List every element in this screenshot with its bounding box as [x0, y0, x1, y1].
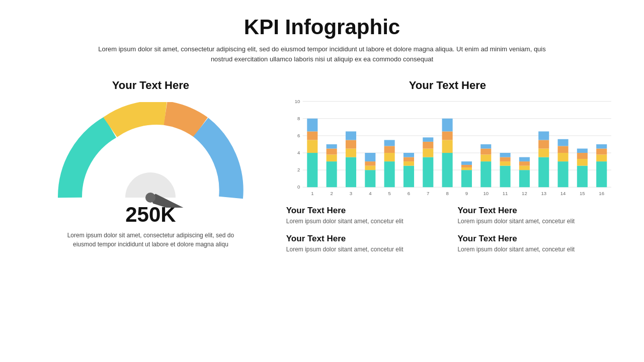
svg-rect-66 — [500, 157, 510, 162]
svg-rect-72 — [519, 157, 530, 162]
svg-rect-75 — [538, 149, 549, 157]
svg-text:8: 8 — [297, 116, 300, 121]
info-title: Your Text Here — [286, 206, 438, 216]
gauge-title: Your Text Here — [112, 79, 189, 92]
page-title: KPI Infographic — [244, 15, 400, 39]
svg-text:10: 10 — [294, 99, 300, 104]
info-title: Your Text Here — [286, 234, 438, 244]
svg-rect-24 — [346, 157, 356, 188]
page-subtitle: Lorem ipsum dolor sit amet, consectetur … — [96, 44, 548, 64]
svg-text:3: 3 — [350, 191, 352, 196]
gauge-svg — [55, 102, 246, 208]
svg-rect-67 — [500, 153, 510, 157]
svg-rect-71 — [519, 161, 530, 166]
svg-text:0: 0 — [297, 184, 300, 190]
svg-rect-27 — [346, 131, 356, 140]
svg-rect-25 — [346, 149, 356, 157]
svg-rect-44 — [423, 157, 433, 188]
svg-text:16: 16 — [599, 191, 604, 196]
svg-rect-34 — [384, 161, 394, 187]
svg-rect-51 — [442, 131, 452, 140]
svg-rect-35 — [384, 153, 394, 161]
main-content: Your Text Here — [30, 74, 614, 352]
info-title: Your Text Here — [457, 206, 609, 216]
info-item-info3: Your Text Here Lorem ipsum dolor sitant … — [286, 234, 438, 254]
svg-rect-80 — [557, 153, 568, 161]
chart-section: Your Text Here 10 8 6 4 2 0 — [281, 74, 614, 352]
info-desc: Lorem ipsum dolor sitant amet, concetur … — [286, 245, 438, 254]
svg-rect-91 — [596, 149, 607, 155]
svg-rect-29 — [365, 170, 375, 187]
svg-rect-84 — [577, 166, 588, 188]
svg-rect-22 — [326, 144, 337, 149]
svg-rect-87 — [577, 149, 588, 153]
svg-rect-82 — [557, 139, 568, 146]
svg-rect-19 — [326, 161, 337, 187]
svg-rect-74 — [538, 157, 549, 188]
svg-rect-17 — [307, 119, 317, 132]
info-item-info4: Your Text Here Lorem ipsum dolor sitant … — [457, 234, 609, 254]
info-grid: Your Text Here Lorem ipsum dolor sitant … — [281, 206, 614, 254]
svg-rect-26 — [346, 140, 356, 148]
svg-text:12: 12 — [522, 191, 527, 196]
svg-text:2: 2 — [297, 167, 300, 172]
svg-text:5: 5 — [388, 191, 390, 196]
svg-rect-85 — [577, 159, 588, 166]
svg-rect-65 — [500, 161, 510, 166]
svg-rect-39 — [404, 166, 414, 188]
svg-rect-49 — [442, 153, 452, 187]
svg-text:2: 2 — [330, 191, 333, 196]
info-item-info2: Your Text Here Lorem ipsum dolor sitant … — [457, 206, 609, 226]
svg-rect-14 — [307, 153, 317, 187]
svg-text:10: 10 — [483, 191, 489, 196]
svg-rect-16 — [307, 131, 317, 140]
svg-rect-45 — [423, 149, 433, 157]
svg-rect-57 — [461, 161, 472, 165]
gauge-container — [55, 102, 246, 208]
svg-rect-61 — [480, 149, 491, 155]
svg-text:4: 4 — [297, 150, 300, 155]
gauge-section: Your Text Here — [30, 74, 271, 352]
svg-point-1 — [145, 193, 155, 203]
svg-rect-54 — [461, 170, 472, 187]
svg-rect-42 — [404, 153, 414, 157]
info-desc: Lorem ipsum dolor sitant amet, concetur … — [457, 245, 609, 254]
svg-rect-47 — [423, 137, 433, 142]
info-desc: Lorem ipsum dolor sitant amet, concetur … — [286, 217, 438, 226]
svg-rect-86 — [577, 153, 588, 159]
svg-rect-69 — [519, 170, 530, 187]
svg-rect-36 — [384, 146, 394, 153]
svg-rect-70 — [519, 166, 530, 170]
svg-rect-31 — [365, 161, 375, 166]
svg-rect-59 — [480, 161, 491, 187]
svg-text:6: 6 — [408, 191, 410, 196]
page: KPI Infographic Lorem ipsum dolor sit am… — [0, 0, 644, 362]
svg-text:8: 8 — [446, 191, 448, 196]
svg-rect-40 — [404, 161, 414, 166]
info-title: Your Text Here — [457, 234, 609, 244]
svg-rect-50 — [442, 140, 452, 153]
svg-rect-64 — [500, 166, 510, 188]
svg-rect-89 — [596, 161, 607, 187]
svg-rect-52 — [442, 119, 452, 132]
svg-rect-79 — [557, 161, 568, 187]
svg-rect-77 — [538, 131, 549, 140]
svg-text:11: 11 — [503, 191, 508, 196]
svg-rect-81 — [557, 146, 568, 153]
svg-rect-37 — [384, 140, 394, 146]
chart-title: Your Text Here — [281, 79, 614, 92]
svg-rect-20 — [326, 154, 337, 161]
svg-rect-55 — [461, 167, 472, 170]
svg-text:14: 14 — [560, 191, 566, 196]
svg-rect-62 — [480, 144, 491, 149]
gauge-description: Lorem ipsum dolor sit amet, consectetur … — [55, 231, 246, 249]
info-desc: Lorem ipsum dolor sitant amet, concetur … — [457, 217, 609, 226]
svg-rect-41 — [404, 157, 414, 162]
bar-chart-wrap: 10 8 6 4 2 0 12345678910111213141516 — [281, 96, 614, 197]
svg-rect-21 — [326, 149, 337, 155]
svg-rect-90 — [596, 154, 607, 161]
svg-text:15: 15 — [580, 191, 585, 196]
svg-text:7: 7 — [427, 191, 429, 196]
svg-rect-46 — [423, 142, 433, 149]
svg-rect-60 — [480, 154, 491, 161]
